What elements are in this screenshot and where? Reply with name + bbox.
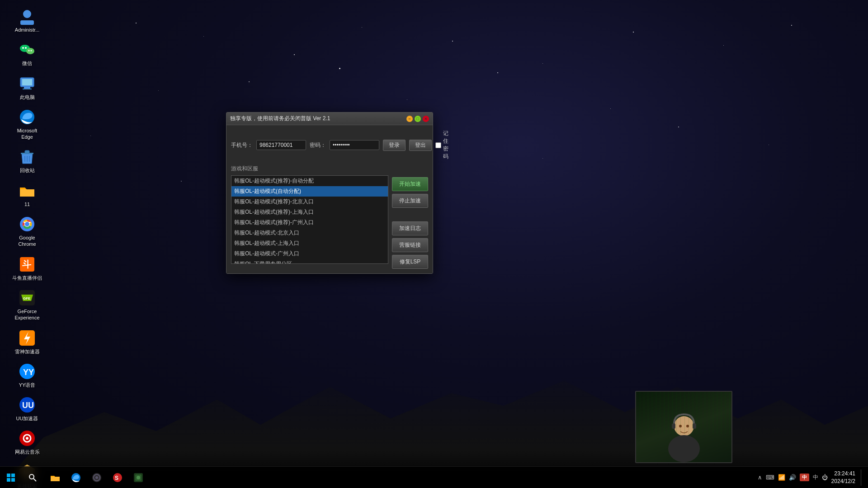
network-icon[interactable]: 📶	[778, 474, 785, 481]
svg-point-6	[28, 50, 30, 52]
server-list-item[interactable]: 韩服OL-超动模式-北京入口	[231, 228, 388, 238]
desktop-background	[0, 0, 868, 488]
clock-date: 2024/12/2	[831, 478, 855, 485]
svg-point-23	[25, 222, 29, 226]
svg-rect-57	[7, 474, 10, 477]
taskbar-clock[interactable]: 23:24:41 2024/12/2	[831, 470, 855, 485]
logout-button[interactable]: 登出	[409, 140, 432, 151]
maximize-button[interactable]: □	[415, 116, 421, 122]
svg-point-4	[25, 47, 27, 49]
svg-text:斗: 斗	[22, 259, 32, 269]
server-list-item[interactable]: 韩服OL-超动模式(推荐)-上海入口	[231, 207, 388, 217]
content-area: 韩服OL-超动模式(推荐)-自动分配韩服OL-超动模式(自动分配)韩服OL-超动…	[231, 175, 428, 269]
chrome-label: GoogleChrome	[18, 235, 36, 248]
taskbar-app3[interactable]	[87, 468, 107, 488]
server-list-item[interactable]: 韩服OL-超动模式(自动分配)	[231, 186, 388, 197]
douyu-label: 斗鱼直播伴侣	[12, 275, 42, 281]
phone-input[interactable]	[256, 140, 306, 150]
server-list-item[interactable]: 韩服OL-超动模式(推荐)-广州入口	[231, 217, 388, 228]
desktop-icon-yy[interactable]: YY YY语音	[5, 360, 50, 391]
taskbar-file-explorer[interactable]	[45, 468, 65, 488]
server-list-item[interactable]: 韩服OL-超动模式(推荐)-北京入口	[231, 197, 388, 207]
start-button[interactable]	[0, 467, 22, 488]
svg-point-52	[668, 435, 700, 462]
desktop-icon-douyu[interactable]: 斗 斗鱼直播伴侣	[5, 253, 50, 284]
desktop-icon-mypc[interactable]: 此电脑	[5, 72, 50, 103]
svg-point-3	[22, 47, 24, 49]
svg-text:S: S	[115, 475, 118, 481]
svg-text:YY: YY	[23, 368, 34, 377]
desktop-icon-recycle[interactable]: 回收站	[5, 145, 50, 176]
phone-label: 手机号：	[231, 141, 253, 149]
server-list-item[interactable]: 韩服OL-超动模式-上海入口	[231, 238, 388, 249]
wechat-label: 微信	[22, 60, 32, 66]
desktop-icon-wechat[interactable]: 微信	[5, 38, 50, 69]
server-list-item[interactable]: 韩服OL-超动模式(推荐)-自动分配	[231, 176, 388, 186]
desktop-icon-area: Administr... 微信 此电脑 MicrosoftEdge 回收站 11	[0, 0, 54, 488]
login-form-row: 手机号： 密码： 登录 登出 记住密码	[231, 130, 428, 160]
desktop-icon-administrator[interactable]: Administr...	[5, 5, 50, 36]
svg-point-7	[31, 50, 32, 52]
login-button[interactable]: 登录	[383, 140, 406, 151]
volume-icon[interactable]: 🔊	[789, 474, 796, 481]
dialog-title: 独享专版，使用前请务必关闭普版 Ver 2.1	[230, 115, 330, 122]
thunder-label: 雷神加速器	[15, 348, 40, 355]
main-dialog: 独享专版，使用前请务必关闭普版 Ver 2.1 − □ × 手机号： 密码： 登…	[226, 112, 433, 274]
show-desktop-button[interactable]	[861, 469, 863, 486]
webcam-feed	[636, 392, 731, 462]
svg-point-67	[95, 476, 98, 479]
taskbar-app4[interactable]: S	[108, 468, 127, 488]
minimize-button[interactable]: −	[406, 116, 413, 122]
dialog-titlebar: 独享专版，使用前请务必关闭普版 Ver 2.1 − □ ×	[226, 113, 433, 125]
svg-rect-58	[11, 474, 15, 477]
webcam-overlay	[635, 391, 732, 463]
taskbar-app5[interactable]	[128, 468, 148, 488]
svg-rect-12	[23, 89, 32, 89]
edge-label: MicrosoftEdge	[17, 127, 38, 141]
yy-label: YY语音	[19, 382, 36, 388]
chrome-icon	[18, 215, 36, 233]
desktop-icon-edge[interactable]: MicrosoftEdge	[5, 105, 50, 143]
mypc-label: 此电脑	[20, 94, 35, 100]
start-accelerate-button[interactable]: 开始加速	[392, 177, 428, 191]
password-input[interactable]	[330, 140, 379, 150]
taskbar-edge[interactable]	[66, 468, 86, 488]
pwd-label: 密码：	[310, 141, 326, 149]
desktop-icon-folder11[interactable]: 11	[5, 179, 50, 210]
stop-accelerate-button[interactable]: 停止加速	[392, 194, 428, 208]
svg-rect-19	[20, 189, 34, 197]
dialog-body: 手机号： 密码： 登录 登出 记住密码 游戏和区服 韩服OL-超动模式(推荐)-…	[226, 125, 433, 273]
tray-expand-icon[interactable]: ∧	[758, 474, 762, 481]
action-buttons-area: 开始加速 停止加速 加速日志 营服链接 修复LSP	[392, 175, 428, 269]
acceleration-log-button[interactable]: 加速日志	[392, 221, 428, 235]
svg-rect-10	[22, 79, 32, 85]
remember-checkbox[interactable]	[435, 142, 441, 148]
desktop-icon-geforce[interactable]: GFE GeForceExperience	[5, 286, 50, 324]
netease-label: 网易云音乐	[15, 449, 40, 455]
ime-mode-indicator[interactable]: 中	[813, 474, 818, 481]
administrator-label: Administr...	[15, 27, 39, 33]
server-list-item[interactable]: 韩服OL-超动模式-广州入口	[231, 249, 388, 259]
desktop-icon-thunder[interactable]: 雷神加速器	[5, 326, 50, 357]
close-button[interactable]: ×	[423, 116, 429, 122]
keyboard-icon: ⌨	[766, 474, 774, 481]
desktop-icon-chrome[interactable]: GoogleChrome	[5, 212, 50, 250]
svg-point-72	[137, 476, 140, 479]
recycle-icon	[18, 148, 36, 166]
recycle-label: 回收站	[20, 167, 35, 174]
server-dropdown-list[interactable]: 韩服OL-超动模式(推荐)-自动分配韩服OL-超动模式(自动分配)韩服OL-超动…	[231, 175, 388, 264]
svg-rect-1	[20, 20, 34, 25]
douyu-icon: 斗	[18, 255, 36, 273]
remember-checkbox-label[interactable]: 记住密码	[435, 130, 448, 160]
svg-rect-63	[51, 477, 60, 481]
desktop-icon-uu[interactable]: UU UU加速器	[5, 393, 50, 424]
taskbar-search-button[interactable]	[22, 467, 43, 488]
desktop-icon-netease[interactable]: 网易云音乐	[5, 427, 50, 458]
ime-language-indicator[interactable]: 中	[800, 474, 809, 481]
reconnect-button[interactable]: 营服链接	[392, 238, 428, 252]
server-list-item[interactable]: 韩服OL-下载用专用分区	[231, 259, 388, 264]
uu-icon: UU	[18, 396, 36, 414]
thunder-icon	[18, 329, 36, 347]
edge-icon	[18, 108, 36, 126]
fix-lsp-button[interactable]: 修复LSP	[392, 255, 428, 269]
